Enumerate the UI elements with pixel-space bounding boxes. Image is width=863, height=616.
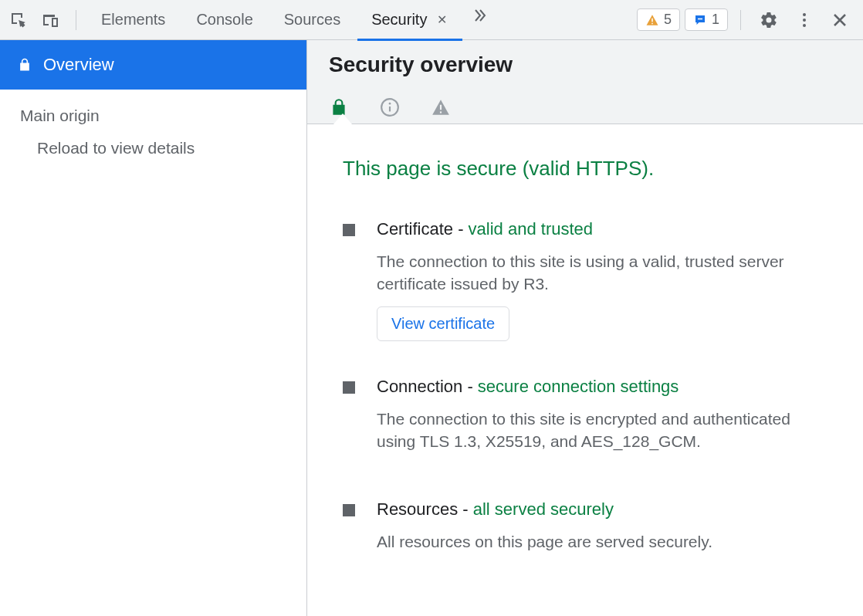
svg-rect-10	[440, 111, 442, 113]
selected-indicator	[333, 113, 352, 124]
page-title: Security overview	[329, 52, 841, 77]
resources-desc: All resources on this page are served se…	[377, 530, 827, 553]
svg-rect-2	[698, 18, 702, 19]
close-icon[interactable]: ✕	[435, 13, 448, 27]
certificate-title: Certificate - valid and trusted	[377, 219, 827, 239]
tab-elements[interactable]: Elements	[86, 0, 181, 40]
sidebar-heading-main-origin: Main origin	[0, 90, 306, 131]
tab-console[interactable]: Console	[181, 0, 268, 40]
security-state-icons	[329, 91, 841, 124]
devtools-toolbar: Elements Console Sources Security ✕ 5 1	[0, 0, 863, 40]
tab-security[interactable]: Security ✕	[356, 0, 464, 40]
svg-rect-1	[651, 22, 653, 24]
toolbar-divider	[740, 10, 741, 30]
svg-rect-0	[651, 18, 653, 22]
svg-point-4	[803, 19, 806, 22]
security-main: Security overview This page is secure (v…	[307, 40, 863, 616]
issues-count: 1	[712, 12, 719, 28]
device-toggle-icon[interactable]	[36, 5, 66, 36]
issues-badge[interactable]: 1	[685, 8, 728, 31]
warning-icon[interactable]	[431, 97, 451, 117]
section-resources: Resources - all served securely All reso…	[343, 499, 827, 564]
svg-point-3	[803, 13, 806, 16]
sidebar-item-reload-hint[interactable]: Reload to view details	[0, 131, 306, 165]
lock-icon	[17, 57, 32, 73]
select-element-icon[interactable]	[3, 5, 34, 36]
svg-point-8	[389, 103, 391, 105]
info-icon[interactable]	[380, 97, 400, 117]
gear-icon[interactable]	[753, 5, 784, 36]
sidebar-item-label: Overview	[43, 55, 114, 75]
section-connection: Connection - secure connection settings …	[343, 377, 827, 464]
connection-desc: The connection to this site is encrypted…	[377, 408, 827, 453]
certificate-desc: The connection to this site is using a v…	[377, 250, 827, 296]
svg-rect-9	[440, 105, 442, 110]
view-certificate-button[interactable]: View certificate	[377, 306, 509, 341]
section-certificate: Certificate - valid and trusted The conn…	[343, 219, 827, 341]
tab-sources[interactable]: Sources	[269, 0, 356, 40]
bullet-icon	[343, 381, 355, 394]
bullet-icon	[343, 224, 355, 236]
sidebar-item-overview[interactable]: Overview	[0, 40, 306, 90]
devtools-tabs: Elements Console Sources Security ✕	[86, 0, 495, 40]
warnings-badge[interactable]: 5	[637, 8, 680, 31]
kebab-menu-icon[interactable]	[789, 5, 820, 36]
bullet-icon	[343, 504, 355, 516]
security-headline: This page is secure (valid HTTPS).	[343, 157, 827, 181]
resources-title: Resources - all served securely	[377, 499, 827, 520]
security-overview-header: Security overview	[307, 40, 863, 124]
close-devtools-icon[interactable]	[824, 5, 855, 36]
warnings-count: 5	[664, 12, 672, 28]
toolbar-divider	[76, 10, 76, 30]
connection-title: Connection - secure connection settings	[377, 377, 827, 397]
tab-security-label: Security	[371, 11, 427, 29]
svg-point-5	[803, 24, 806, 27]
security-sidebar: Overview Main origin Reload to view deta…	[0, 40, 307, 616]
more-tabs-icon[interactable]	[464, 0, 495, 31]
